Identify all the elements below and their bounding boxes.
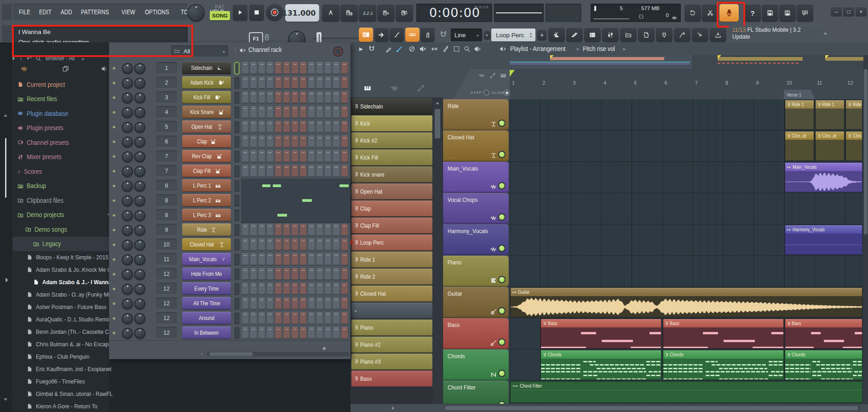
channel-selector-led[interactable] (235, 136, 239, 148)
channel-mute-led[interactable] (113, 126, 115, 128)
step-cell[interactable] (242, 121, 248, 132)
channel-selector-led[interactable] (235, 224, 239, 236)
step-cell[interactable] (283, 62, 290, 74)
step-cell[interactable] (300, 62, 306, 74)
channel-mute-led[interactable] (113, 184, 115, 187)
channel-button[interactable]: Clap (182, 135, 231, 148)
channel-volume-knob[interactable] (134, 328, 145, 339)
step-cell[interactable] (333, 62, 339, 74)
step-cell[interactable] (267, 77, 273, 88)
step-cell[interactable] (300, 121, 306, 132)
channel-button[interactable]: Hide From Me (182, 268, 231, 280)
channel-button[interactable]: Kick Fill (182, 91, 231, 103)
channel-mute-led[interactable] (113, 258, 115, 261)
step-cell[interactable] (292, 239, 298, 250)
track-options[interactable]: ... (448, 311, 454, 315)
step-cell[interactable] (292, 268, 298, 280)
channel-mute-led[interactable] (113, 243, 115, 246)
channel-rack-panel-button[interactable] (584, 28, 601, 42)
pattern-item[interactable]: ∃Piano #2 (351, 337, 432, 353)
step-cell[interactable] (259, 312, 265, 324)
channel-note-preview[interactable] (241, 193, 351, 208)
step-cell[interactable] (300, 268, 306, 280)
step-cell[interactable] (341, 268, 348, 280)
channel-mute-led[interactable] (113, 81, 115, 84)
step-cell[interactable] (325, 298, 331, 309)
step-cell[interactable] (341, 224, 348, 235)
step-cell[interactable] (275, 239, 282, 250)
step-cell[interactable] (292, 106, 298, 118)
playlist-hscroll-thumb[interactable] (445, 406, 858, 410)
step-cell[interactable] (325, 283, 331, 294)
channel-volume-knob[interactable] (134, 225, 145, 236)
pattern-item[interactable]: ∃Clap Fill (351, 217, 432, 234)
rack-hscroll-thumb[interactable] (209, 352, 253, 356)
touch-button[interactable] (692, 28, 708, 42)
step-cell[interactable] (333, 312, 339, 324)
step-cell[interactable] (308, 165, 315, 177)
channel-button[interactable]: All The Time (182, 297, 231, 309)
step-cell[interactable] (250, 106, 257, 118)
step-cell[interactable] (300, 253, 306, 265)
track-header-vocal-chops[interactable]: Vocal Chops... (443, 193, 509, 224)
channel-volume-knob[interactable] (134, 166, 145, 177)
step-cell[interactable] (333, 150, 339, 162)
step-cell[interactable] (308, 283, 315, 294)
channel-pan-knob[interactable] (122, 151, 133, 162)
step-cell[interactable] (259, 77, 265, 88)
step-cell[interactable] (316, 121, 323, 132)
corner-performance-icon[interactable] (478, 73, 485, 79)
magnet-icon[interactable] (439, 30, 448, 39)
menu-view[interactable]: VIEW (121, 8, 135, 16)
channel-target-mixer-track[interactable]: 8 (156, 209, 177, 221)
channel-mute-led[interactable] (113, 287, 115, 290)
track-options[interactable]: ... (448, 217, 454, 222)
channel-selector-led[interactable] (235, 166, 239, 177)
step-cell[interactable] (333, 327, 339, 338)
menu-file[interactable]: FILE (19, 8, 30, 16)
step-cell[interactable] (242, 239, 248, 250)
track-header-ride[interactable]: Ride... (443, 99, 509, 130)
browser-folder[interactable]: Plugin presets (12, 121, 114, 136)
clip-main-vocals[interactable]: ↦Main_Vocals (785, 162, 862, 192)
channel-target-mixer-track[interactable]: 6 (156, 136, 177, 147)
browser-file[interactable]: Kieron A Gore - Return To (12, 400, 123, 412)
clip-guitar[interactable]: ↦Guitar (510, 287, 862, 317)
step-cell[interactable] (341, 92, 348, 103)
menu-options[interactable]: OPTIONS (145, 8, 169, 16)
step-cell[interactable] (267, 327, 273, 338)
channel-button[interactable]: Main_Vocals♂ (182, 253, 231, 265)
step-cell[interactable] (300, 77, 306, 88)
channel-volume-knob[interactable] (134, 78, 145, 89)
channel-selector-led[interactable] (235, 151, 239, 162)
step-cell[interactable] (300, 224, 306, 235)
track-options[interactable]: ... (448, 248, 454, 253)
step-cell[interactable] (242, 224, 248, 235)
step-cell[interactable] (308, 150, 315, 162)
channel-volume-knob[interactable] (134, 298, 145, 309)
step-cell[interactable] (242, 150, 248, 162)
step-cell[interactable] (333, 283, 339, 294)
step-cell[interactable] (250, 165, 257, 177)
channel-note-preview[interactable] (241, 208, 351, 223)
playlist-zoom-tool[interactable] (462, 44, 472, 54)
channel-selector-led[interactable] (235, 254, 239, 265)
channel-volume-knob[interactable] (134, 151, 145, 162)
track-enable-led[interactable] (498, 245, 506, 252)
playlist-slice-tool[interactable] (440, 44, 450, 54)
step-cell[interactable] (267, 121, 273, 132)
rack-hscroll-left-icon[interactable]: ‹ (201, 351, 203, 356)
time-marker[interactable]: Verse 1 (784, 90, 815, 99)
plugin-picker-button[interactable] (656, 28, 673, 42)
channel-target-mixer-track[interactable]: 7 (156, 165, 177, 177)
step-cell[interactable] (341, 136, 348, 147)
step-cell[interactable] (283, 327, 290, 338)
tempo-spinner[interactable] (317, 10, 322, 16)
step-cell[interactable] (300, 136, 306, 147)
step-cell[interactable] (333, 136, 339, 147)
step-cell[interactable] (316, 77, 323, 88)
menu-edit[interactable]: EDIT (39, 8, 52, 16)
browser-file[interactable]: Benn Jordan (Th..- Cassette Cafe (12, 326, 123, 338)
channel-pan-knob[interactable] (122, 107, 133, 118)
channel-mute-led[interactable] (113, 273, 115, 275)
